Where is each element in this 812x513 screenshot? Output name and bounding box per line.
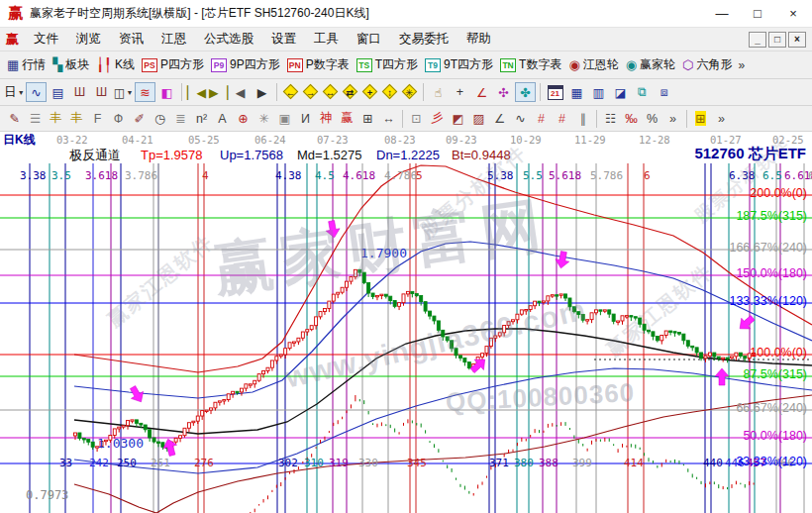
tb1-gann-wheel-button[interactable]: ◉江恩轮 (565, 54, 621, 75)
minimize-button[interactable]: — (711, 6, 733, 21)
tb3-fan-square-button[interactable]: ▨ (468, 109, 489, 129)
tb3-wave-mark-button[interactable]: И (295, 109, 316, 129)
tb3-gann-frame-button[interactable]: ⊡ (406, 109, 427, 129)
tb2-volume-flag-button[interactable]: ◧ (156, 82, 177, 102)
tb3-parallel-lines-button[interactable]: ∥ (572, 109, 593, 129)
tb2-center-view-button[interactable]: ✳ (400, 82, 419, 102)
tb3-percent-button[interactable]: % (642, 109, 662, 129)
time-scale-tick: 388 (539, 458, 558, 469)
tb1-quotes-button[interactable]: ▦行情 (4, 54, 49, 75)
menu-item-tools[interactable]: 工具 (305, 29, 348, 50)
tb3-ruler-123-button[interactable]: ⊞ (357, 109, 378, 129)
tb3-permille-button[interactable]: ‰ (621, 109, 642, 129)
close-button[interactable]: × (782, 6, 804, 21)
menu-item-trade[interactable]: 交易委托 (390, 29, 457, 50)
tb3-span-measure-button[interactable]: ↔ (378, 109, 399, 129)
menu-item-browse[interactable]: 浏览 (67, 29, 110, 50)
tb3-hatch-lines-button[interactable]: ≣ (170, 109, 191, 129)
tb2-jump-both-button[interactable]: ↔ (321, 82, 340, 102)
tb2-calendar-button[interactable]: 21 (545, 82, 565, 102)
tb3-fan-box-button[interactable]: ◩ (448, 109, 468, 129)
tb2-candle-style-button[interactable]: ◫▼ (113, 82, 134, 102)
tb1-p-table-button[interactable]: PNP数字表 (284, 54, 353, 75)
tb1-sectors-button[interactable]: ▚板块 (50, 54, 92, 75)
tb2-crosshair-tool-button[interactable]: + (450, 82, 470, 102)
tb2-f10-info-button[interactable]: ▤ (48, 82, 68, 102)
tb1-9p-square-button[interactable]: P99P四方形 (208, 54, 283, 75)
tb2-vertical-fit-button[interactable]: ↕ (380, 82, 399, 102)
tb3-gann-fan-button[interactable]: 彡 (427, 109, 448, 129)
tb1-kline-button[interactable]: ╽╿K线 (93, 54, 138, 75)
tb3-hline-tool-button[interactable]: ☰ (25, 109, 46, 129)
tb3-star-cycle-button[interactable]: ✳ (254, 109, 274, 129)
tb2-period-day-button[interactable]: 日▼ (4, 82, 25, 102)
tb2-hand-tool-button[interactable]: ☝ (428, 82, 449, 102)
tb3-red-grid-button[interactable]: # (531, 109, 552, 129)
overlay-wave-icon: ∿ (31, 85, 41, 100)
tb3-compass-button[interactable]: ⊕ (233, 109, 254, 129)
tb3-red-grid-2-button[interactable]: # (552, 109, 572, 129)
tb1-9t-square-button[interactable]: T99T四方形 (422, 54, 496, 75)
tb3-yellow-grid-button[interactable]: ⊞ (690, 109, 711, 129)
menu-item-gann[interactable]: 江恩 (152, 29, 195, 50)
tb2-bars-3-button[interactable]: Ш (69, 82, 90, 102)
menu-item-news[interactable]: 资讯 (110, 29, 152, 50)
tb3-text-tool-button[interactable]: A (212, 109, 233, 129)
tb1-overflow-button[interactable]: » (738, 58, 745, 72)
tb2-gann-tool-button[interactable]: ✣ (493, 82, 514, 102)
tb1-t-square-button[interactable]: TST四方形 (354, 54, 421, 75)
tb3-square-grid-button[interactable]: ▣ (274, 109, 295, 129)
price-scale-tick: 6.78 (808, 170, 812, 182)
tb3-more-2-button[interactable]: » (711, 109, 732, 129)
time-scale-tick: 371 (489, 458, 509, 469)
tb3-gold-grid-2-button[interactable]: 丰 (66, 109, 87, 129)
tb3-n-square-button[interactable]: n² (191, 109, 212, 129)
tb2-net-sync-button[interactable]: ⧉ (632, 82, 653, 102)
tb2-angle-tool-button[interactable]: ∠ (471, 82, 492, 102)
tb2-remote-button[interactable]: ⧈ (654, 82, 674, 102)
tb2-expand-button[interactable]: + (360, 82, 379, 102)
jump-left-icon: ← (286, 87, 296, 98)
tb2-save-button[interactable]: ◪ (610, 82, 631, 102)
tb3-more-1-button[interactable]: » (662, 109, 683, 129)
tb2-calculator-button[interactable]: ▦ (566, 82, 587, 102)
tb3-gold-grid-button[interactable]: 丰 (46, 109, 66, 129)
tb1-t-table-button[interactable]: TNT数字表 (497, 54, 564, 75)
chart-area[interactable]: 赢家财富网www.yingjia360.comQQ:100800360赢家江恩软… (0, 132, 812, 513)
tb2-next-bar-button[interactable]: ▶ (252, 82, 272, 102)
tb3-shen-tool-button[interactable]: 神 (316, 109, 337, 129)
mdi-close-button[interactable]: × (788, 32, 806, 48)
tb3-ying-tool-button[interactable]: 赢 (337, 109, 357, 129)
tb2-last-bar-button[interactable]: ▶▕ (208, 82, 229, 102)
tb3-zigzag-button[interactable]: ∿ (510, 109, 531, 129)
tb2-memo-button[interactable]: ▥ (588, 82, 609, 102)
menu-item-window[interactable]: 窗口 (348, 29, 390, 50)
tb1-p-square-button[interactable]: PSP四方形 (139, 54, 207, 75)
tb2-chip-distribution-button[interactable]: ≋ (135, 82, 155, 102)
tb3-pen-2-button[interactable]: ✐ (129, 109, 150, 129)
mdi-minimize-button[interactable]: _ (749, 32, 766, 48)
tb2-cycle-tool-button[interactable]: ✤ (515, 82, 536, 102)
tb3-f-ruler-button[interactable]: F (87, 109, 108, 129)
tb2-overlay-wave-button[interactable]: ∿ (26, 82, 47, 102)
menu-item-stock-picker[interactable]: 公式选股 (195, 29, 262, 50)
tb2-prev-bar-button[interactable]: ◀ (230, 82, 251, 102)
menu-item-file[interactable]: 文件 (25, 29, 67, 50)
mdi-restore-button[interactable]: □ (768, 32, 786, 48)
tb1-hexagon-button[interactable]: ⬡六角形 (679, 54, 735, 75)
tb3-pen-button[interactable]: ✎ (4, 109, 25, 129)
tb2-jump-left-button[interactable]: ← (281, 82, 300, 102)
tb1-winner-wheel-button[interactable]: ◉赢家轮 (623, 54, 678, 75)
tb2-jump-right-button[interactable]: → (301, 82, 320, 102)
tb2-swap-view-button[interactable]: ⇄ (341, 82, 359, 102)
maximize-button[interactable]: □ (747, 6, 768, 21)
menu-item-help[interactable]: 帮助 (457, 29, 500, 50)
tb3-time-clock-button[interactable]: ◷ (150, 109, 170, 129)
tb3-angle-lines-button[interactable]: ∠ (489, 109, 510, 129)
tb2-bars-9-button[interactable]: Ш (91, 82, 112, 102)
signal-arrow (325, 220, 342, 239)
tb2-first-bar-button[interactable]: ▏◀ (186, 82, 207, 102)
tb3-spiral-button[interactable]: Ф (108, 109, 129, 129)
menu-item-settings[interactable]: 设置 (262, 29, 305, 50)
tb3-price-ruler-button[interactable]: ☷ (600, 109, 621, 129)
